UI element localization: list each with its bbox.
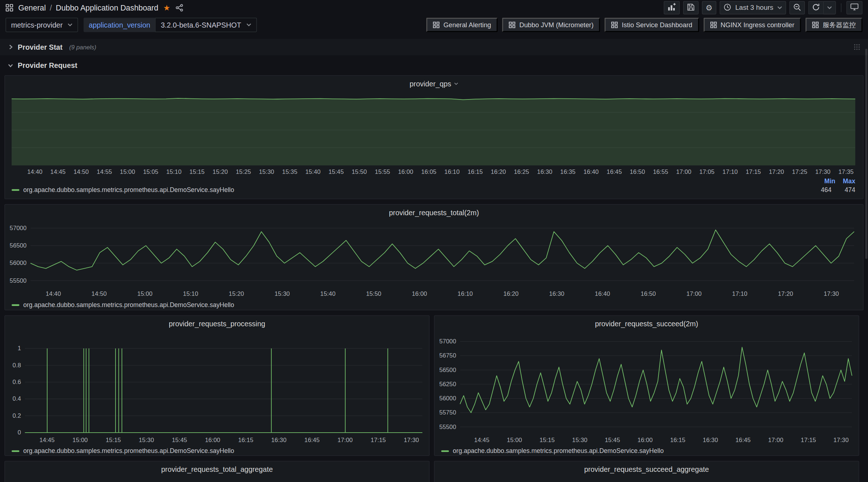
svg-text:56500: 56500: [439, 367, 456, 373]
breadcrumb-dashboard-title[interactable]: Dubbo Application Dashboard: [56, 3, 158, 12]
refresh-button[interactable]: [808, 1, 823, 15]
svg-text:17:30: 17:30: [824, 290, 839, 297]
svg-text:16:05: 16:05: [421, 168, 437, 175]
svg-text:16:45: 16:45: [304, 437, 320, 444]
svg-text:16:45: 16:45: [607, 168, 622, 175]
breadcrumb: General / Dubbo Application Dashboard: [18, 3, 158, 12]
toolbar-divider: [841, 3, 841, 12]
requests-succeed-chart[interactable]: 5550055750560005625056500567505700014:45…: [435, 331, 859, 445]
legend-item[interactable]: org.apache.dubbo.samples.metrics.prometh…: [435, 445, 859, 456]
add-panel-button[interactable]: [664, 1, 680, 15]
svg-text:17:35: 17:35: [839, 168, 854, 175]
link-label: 服务器监控: [823, 20, 856, 30]
qps-chart[interactable]: 14:4014:4514:5014:5515:0015:0515:1015:15…: [5, 91, 859, 176]
svg-text:55750: 55750: [439, 409, 456, 416]
svg-text:17:05: 17:05: [699, 168, 714, 175]
svg-text:15:30: 15:30: [275, 290, 290, 297]
svg-text:16:30: 16:30: [537, 168, 552, 175]
apps-icon: [812, 21, 819, 28]
svg-text:15:45: 15:45: [172, 437, 187, 444]
variable-metrics-provider[interactable]: metrics-provider: [5, 18, 78, 32]
chevron-down-icon: [827, 6, 832, 9]
svg-text:15:15: 15:15: [190, 168, 205, 175]
svg-text:17:00: 17:00: [676, 168, 691, 175]
svg-text:15:35: 15:35: [282, 168, 297, 175]
svg-text:15:30: 15:30: [139, 437, 154, 444]
panel-title[interactable]: provider_requests_total_aggregate: [5, 461, 429, 477]
dashboard-link-server-monitor[interactable]: 服务器监控: [806, 18, 863, 32]
panel-title[interactable]: provider_requests_processing: [5, 316, 429, 331]
link-label: NGINX Ingress controller: [721, 21, 794, 29]
dashboard-link-general-alerting[interactable]: General Alerting: [426, 18, 498, 32]
favorite-star-icon[interactable]: ★: [163, 4, 170, 12]
svg-text:15:15: 15:15: [539, 437, 555, 444]
time-range-picker[interactable]: Last 3 hours: [720, 1, 786, 15]
variable-value: 3.2.0-beta.6-SNAPSHOT: [161, 21, 241, 29]
legend-item[interactable]: org.apache.dubbo.samples.metrics.prometh…: [5, 299, 863, 310]
save-dashboard-button[interactable]: [683, 1, 698, 15]
series-color-swatch: [12, 450, 19, 452]
svg-text:17:00: 17:00: [337, 437, 353, 444]
svg-text:15:10: 15:10: [183, 290, 198, 297]
kiosk-mode-button[interactable]: [847, 1, 863, 15]
requests-total-chart[interactable]: 5550056000565005700014:4014:5015:0015:10…: [5, 220, 859, 299]
svg-text:16:10: 16:10: [445, 168, 460, 175]
row-drag-handle-icon[interactable]: [853, 44, 860, 50]
svg-text:16:45: 16:45: [735, 437, 751, 444]
share-icon[interactable]: [175, 4, 183, 12]
svg-text:14:55: 14:55: [97, 168, 112, 175]
legend-min-header[interactable]: Min: [813, 177, 835, 184]
legend-max-header[interactable]: Max: [835, 177, 855, 184]
legend-item[interactable]: org.apache.dubbo.samples.metrics.prometh…: [5, 445, 429, 456]
page-scrollbar[interactable]: [865, 49, 867, 259]
panel-provider-requests-total: provider_requests_total(2m) 555005600056…: [4, 204, 864, 310]
series-name: org.apache.dubbo.samples.metrics.prometh…: [23, 187, 234, 193]
svg-text:14:45: 14:45: [474, 437, 490, 444]
svg-text:15:20: 15:20: [229, 290, 244, 297]
dashboard-settings-button[interactable]: ⚙: [702, 1, 716, 15]
svg-text:16:00: 16:00: [412, 290, 427, 297]
svg-text:17:00: 17:00: [768, 437, 783, 444]
svg-text:15:10: 15:10: [166, 168, 182, 175]
svg-text:17:25: 17:25: [792, 168, 807, 175]
svg-text:16:40: 16:40: [583, 168, 599, 175]
add-panel-icon: [668, 3, 676, 13]
series-max-value: 474: [835, 187, 855, 193]
series-name: org.apache.dubbo.samples.metrics.prometh…: [23, 448, 234, 454]
svg-text:16:20: 16:20: [503, 290, 519, 297]
refresh-icon: [812, 3, 820, 12]
panel-row: provider_requests_total_aggregate provid…: [4, 461, 864, 482]
zoom-out-button[interactable]: [790, 1, 805, 15]
variable-application-version-picker[interactable]: 3.2.0-beta.6-SNAPSHOT: [155, 18, 257, 32]
svg-text:15:00: 15:00: [137, 290, 153, 297]
dashboard-link-nginx-ingress[interactable]: NGINX Ingress controller: [703, 18, 801, 32]
panel-provider-requests-processing: provider_requests_processing 00.20.40.60…: [4, 315, 430, 456]
row-provider-request[interactable]: Provider Request: [0, 57, 868, 74]
panel-title[interactable]: provider_requests_total(2m): [5, 205, 863, 220]
svg-text:17:15: 17:15: [746, 168, 761, 175]
legend-item[interactable]: org.apache.dubbo.samples.metrics.prometh…: [12, 187, 855, 193]
apps-menu-icon[interactable]: [5, 4, 13, 12]
svg-text:15:00: 15:00: [507, 437, 522, 444]
panel-title[interactable]: provider_requests_succeed_aggregate: [435, 461, 859, 477]
legend-header: Min Max: [12, 177, 855, 184]
breadcrumb-folder[interactable]: General: [18, 3, 46, 12]
svg-text:16:35: 16:35: [560, 168, 576, 175]
apps-icon: [509, 21, 515, 28]
svg-text:1: 1: [18, 345, 21, 352]
svg-text:16:50: 16:50: [641, 290, 656, 297]
panel-title-text: provider_requests_succeed_aggregate: [584, 465, 709, 473]
refresh-interval-dropdown[interactable]: [823, 1, 836, 15]
dashboard-link-dubbo-jvm[interactable]: Dubbo JVM (Micrometer): [502, 18, 600, 32]
svg-text:14:40: 14:40: [46, 290, 61, 297]
dashboard-link-istio-service[interactable]: Istio Service Dashboard: [605, 18, 699, 32]
panel-title[interactable]: provider_requests_succeed(2m): [435, 316, 859, 331]
row-provider-stat[interactable]: Provider Stat (9 panels): [0, 39, 868, 56]
panel-title[interactable]: provider_qps: [5, 76, 863, 91]
grafana-dashboard: General / Dubbo Application Dashboard ★: [0, 0, 868, 482]
svg-text:17:20: 17:20: [769, 168, 784, 175]
svg-text:16:15: 16:15: [238, 437, 253, 444]
apps-icon: [710, 21, 717, 28]
requests-processing-chart[interactable]: 00.20.40.60.8114:4515:0015:1515:3015:451…: [5, 331, 429, 445]
svg-text:16:00: 16:00: [637, 437, 653, 444]
